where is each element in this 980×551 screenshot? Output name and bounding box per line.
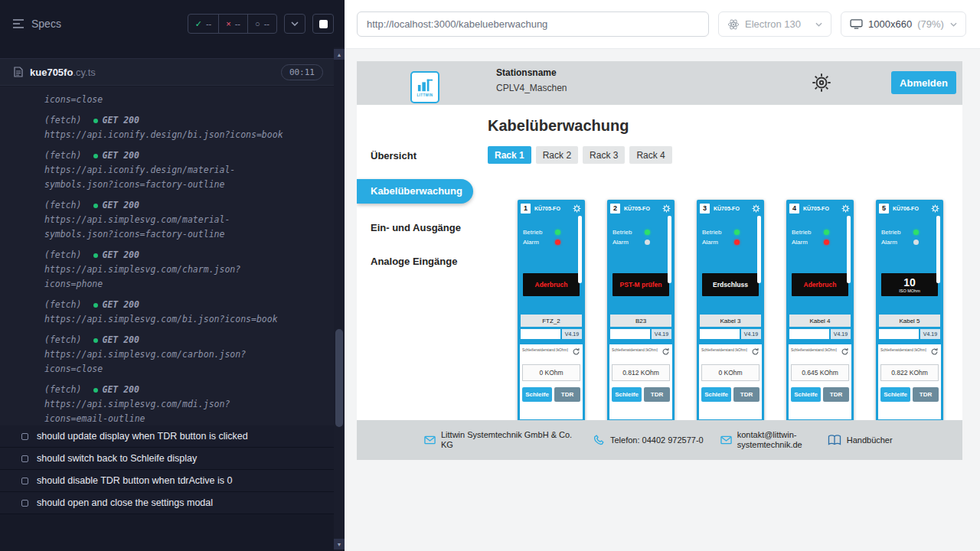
gear-icon[interactable] [752, 204, 760, 213]
logout-button[interactable]: Abmelden [891, 71, 956, 94]
log-entry[interactable]: (fetch)GET 200 https://api.simplesvg.com… [44, 298, 288, 327]
firmware-version: V4.19 [920, 329, 940, 339]
footer-manuals[interactable]: Handbücher [828, 435, 893, 445]
refresh-icon[interactable] [662, 347, 670, 356]
viewport-selector[interactable]: 1000x660 (79%) [841, 11, 966, 37]
log-entry[interactable]: (fetch)GET 200 https://api.iconify.desig… [44, 148, 288, 192]
browser-name: Electron 130 [745, 18, 801, 30]
log-entry[interactable]: (fetch)GET 200 https://api.simplesvg.com… [44, 383, 288, 425]
log-entry[interactable]: (fetch)GET 200 https://api.iconify.desig… [44, 113, 288, 142]
test-state-icon [21, 455, 28, 462]
tab-rack-3[interactable]: Rack 3 [583, 146, 625, 164]
measurement-value: 0.822 KOhm [880, 364, 939, 381]
scroll-up-icon[interactable]: ▲ [334, 49, 345, 60]
name-input[interactable] [789, 329, 829, 339]
specs-menu-button[interactable]: Specs [12, 18, 61, 30]
gear-icon[interactable] [931, 204, 939, 213]
app-header: LITTWIN Stationsname CPLV4_Maschen Abmel… [357, 61, 962, 105]
card-scrollbar[interactable] [668, 216, 671, 283]
x-icon: × [226, 19, 230, 28]
name-input[interactable] [521, 329, 560, 339]
device-card: 5 KÜ706-FO Betrieb Alarm 10 ISO MOhm Kab… [876, 200, 943, 429]
log-entry[interactable]: (fetch)GET 200 https://api.simplesvg.com… [44, 198, 288, 242]
card-scrollbar[interactable] [936, 216, 940, 283]
name-input[interactable] [700, 329, 740, 339]
status-dot-icon [93, 303, 98, 308]
scrollbar-thumb[interactable] [335, 329, 343, 427]
littwin-logo: LITTWIN [410, 71, 439, 103]
spec-header[interactable]: kue705fo .cy.ts 00:11 [0, 58, 334, 86]
name-input[interactable] [879, 329, 919, 339]
cable-name: FTZ_2 [521, 315, 582, 327]
refresh-icon[interactable] [751, 347, 760, 356]
refresh-icon[interactable] [572, 347, 580, 356]
footer-email[interactable]: kontakt@littwin-systemtechnik.de [720, 430, 811, 450]
viewport-size: 1000x660 [868, 18, 912, 30]
schleife-button[interactable]: Schleife [522, 387, 552, 402]
schleife-button[interactable]: Schleife [791, 387, 821, 402]
url-input[interactable]: http://localhost:3000/kabelueberwachung [357, 11, 709, 37]
tab-rack-4[interactable]: Rack 4 [629, 146, 671, 164]
nav-item-analoge-eingaenge[interactable]: Analoge Eingänge [357, 253, 488, 271]
app-frame: LITTWIN Stationsname CPLV4_Maschen Abmel… [357, 61, 962, 460]
status-dot-icon [93, 119, 98, 123]
menu-icon [12, 19, 24, 28]
betrieb-led-icon [824, 230, 829, 235]
gear-icon[interactable] [573, 204, 581, 213]
phone-icon [594, 435, 605, 445]
station-label: Stationsname [496, 67, 567, 78]
browser-selector[interactable]: Electron 130 [718, 11, 831, 37]
tdr-button[interactable]: TDR [913, 387, 939, 402]
nav-item-kabelueberwachung[interactable]: Kabelüberwachung [357, 179, 473, 204]
tdr-button[interactable]: TDR [554, 387, 580, 402]
refresh-icon[interactable] [930, 347, 939, 356]
card-scrollbar[interactable] [578, 216, 582, 283]
tdr-button[interactable]: TDR [733, 387, 760, 402]
settings-gear-icon[interactable] [812, 73, 831, 93]
tdr-button[interactable]: TDR [644, 387, 670, 402]
device-model: KÜ705-FO [714, 206, 740, 211]
app-main: Kabelüberwachung Rack 1 Rack 2 Rack 3 Ra… [488, 105, 962, 460]
firmware-version: V4.19 [831, 329, 851, 339]
log-line-partial[interactable]: icons=close [44, 93, 288, 107]
schleife-button[interactable]: Schleife [612, 387, 642, 402]
command-log: icons=close (fetch)GET 200 https://api.i… [0, 86, 334, 425]
alarm-led-icon [645, 240, 650, 245]
chevron-down-icon [815, 22, 822, 27]
chevron-down-icon [291, 21, 299, 26]
nav-item-ein-und-ausgaenge[interactable]: Ein- und Ausgänge [357, 219, 488, 237]
chevron-down-icon [950, 22, 957, 27]
test-item[interactable]: should disable TDR button when tdrActive… [0, 470, 334, 491]
schleife-button[interactable]: Schleife [701, 387, 731, 402]
status-dot-icon [93, 338, 98, 343]
measurement-value: 0 KOhm [701, 364, 760, 381]
status-display: Erdschluss [702, 273, 759, 296]
station-name: CPLV4_Maschen [496, 83, 567, 93]
rack-tabs: Rack 1 Rack 2 Rack 3 Rack 4 [488, 146, 962, 164]
schleife-button[interactable]: Schleife [880, 387, 910, 402]
log-entry[interactable]: (fetch)GET 200 https://api.simplesvg.com… [44, 248, 288, 292]
test-item[interactable]: should open and close the settings modal [0, 492, 334, 514]
circle-icon: ○ [255, 19, 260, 28]
tab-rack-1[interactable]: Rack 1 [488, 146, 531, 164]
betrieb-led-icon [645, 230, 650, 235]
nav-item-uebersicht[interactable]: Übersicht [357, 147, 488, 165]
card-scrollbar[interactable] [757, 216, 761, 283]
card-scrollbar[interactable] [847, 216, 851, 283]
scroll-down-icon[interactable]: ▼ [334, 539, 345, 549]
log-entry[interactable]: (fetch)GET 200 https://api.simplesvg.com… [44, 333, 288, 377]
tdr-button[interactable]: TDR [823, 387, 849, 402]
refresh-icon[interactable] [841, 347, 849, 356]
collapse-button[interactable] [284, 14, 305, 34]
tab-rack-2[interactable]: Rack 2 [536, 146, 578, 164]
betrieb-led-icon [913, 230, 919, 235]
gear-icon[interactable] [841, 204, 850, 213]
aut-panel: http://localhost:3000/kabelueberwachung … [345, 0, 980, 551]
test-item[interactable]: should update display when TDR button is… [0, 425, 334, 447]
scrollbar[interactable]: ▲ ▼ [334, 47, 345, 551]
gear-icon[interactable] [662, 204, 671, 213]
name-input[interactable] [610, 329, 650, 339]
test-item[interactable]: should switch back to Schleife display [0, 448, 334, 469]
stop-button[interactable] [312, 14, 334, 34]
firmware-version: V4.19 [741, 329, 761, 339]
